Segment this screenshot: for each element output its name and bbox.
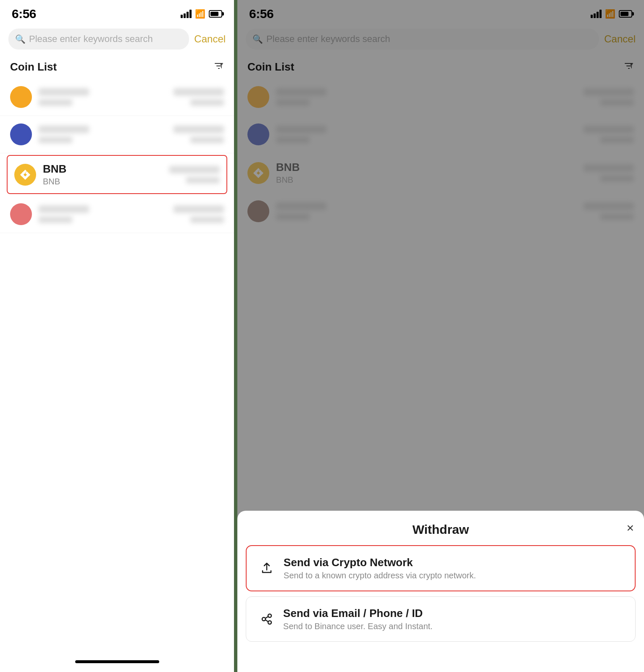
- email-option-title: Send via Email / Phone / ID: [283, 607, 623, 620]
- left-sort-icon[interactable]: [214, 61, 224, 74]
- svg-point-0: [262, 617, 265, 621]
- modal-title: Withdraw: [413, 522, 469, 537]
- left-coin-name-blur-4: [39, 205, 89, 213]
- panel-divider: [234, 0, 237, 672]
- left-list-header: Coin List: [0, 54, 234, 79]
- crypto-option-title: Send via Crypto Network: [284, 556, 623, 569]
- left-coin-item-bnb[interactable]: BNB BNB: [7, 155, 227, 194]
- left-coin-change-blur-1: [190, 99, 224, 106]
- left-coin-item-1[interactable]: [0, 79, 234, 116]
- left-status-icons: 📶: [181, 9, 222, 19]
- left-search-icon: 🔍: [15, 34, 26, 44]
- left-coin-symbol-blur-2: [39, 136, 72, 143]
- left-coin-change-blur-2: [190, 136, 224, 143]
- left-coin-symbol-blur-4: [39, 216, 72, 223]
- modal-header: Withdraw ×: [237, 511, 644, 545]
- left-coin-right-1: [173, 88, 224, 106]
- modal-close-button[interactable]: ×: [626, 521, 634, 535]
- svg-point-2: [268, 621, 271, 624]
- left-coin-right-4: [173, 205, 224, 223]
- left-bnb-value-blur: [169, 166, 220, 173]
- left-coin-symbol-blur-1: [39, 99, 72, 106]
- left-coin-name-blur-1: [39, 88, 89, 96]
- svg-point-1: [268, 614, 271, 617]
- withdraw-modal: Withdraw × Send via Crypto Network Send …: [237, 511, 644, 672]
- crypto-network-option[interactable]: Send via Crypto Network Send to a known …: [246, 545, 636, 591]
- left-coin-value-blur-4: [173, 205, 224, 213]
- right-phone-panel: 6:56 📶 🔍 Please enter keywords search Ca…: [237, 0, 644, 672]
- crypto-upload-icon: [258, 560, 275, 577]
- left-coin-item-4[interactable]: [0, 196, 234, 233]
- left-wifi-icon: 📶: [195, 9, 205, 19]
- left-home-bar: [75, 660, 159, 663]
- left-coin-list: BNB BNB: [0, 79, 234, 651]
- left-cancel-button[interactable]: Cancel: [194, 33, 226, 45]
- left-coin-list-title: Coin List: [10, 60, 57, 74]
- email-phone-option[interactable]: Send via Email / Phone / ID Send to Bina…: [246, 596, 636, 642]
- left-search-bar: 🔍 Please enter keywords search Cancel: [0, 24, 234, 54]
- left-coin-info-1: [39, 88, 167, 106]
- left-home-indicator: [0, 651, 234, 672]
- email-option-text: Send via Email / Phone / ID Send to Bina…: [283, 607, 623, 631]
- left-coin-value-blur-1: [173, 88, 224, 96]
- left-status-time: 6:56: [12, 7, 36, 21]
- left-bnb-name: BNB: [43, 163, 163, 176]
- left-bnb-icon: [14, 164, 36, 186]
- left-coin-name-blur-2: [39, 126, 89, 133]
- left-coin-info-2: [39, 126, 167, 143]
- left-bnb-symbol: BNB: [43, 177, 163, 186]
- left-coin-icon-4: [10, 203, 32, 225]
- left-bnb-info: BNB BNB: [43, 163, 163, 186]
- send-link-icon: [258, 611, 275, 627]
- left-battery-icon: [209, 10, 222, 18]
- left-phone-panel: 6:56 📶 🔍 Please enter keywords search Ca…: [0, 0, 234, 672]
- left-coin-right-2: [173, 126, 224, 143]
- email-option-desc: Send to Binance user. Easy and Instant.: [283, 622, 623, 631]
- left-signal-icon: [181, 10, 192, 18]
- left-coin-icon-1: [10, 86, 32, 108]
- left-coin-value-blur-2: [173, 126, 224, 133]
- left-bnb-right: [169, 166, 220, 184]
- left-status-bar: 6:56 📶: [0, 0, 234, 24]
- crypto-option-text: Send via Crypto Network Send to a known …: [284, 556, 623, 580]
- crypto-option-desc: Send to a known crypto address via crypt…: [284, 571, 623, 580]
- left-bnb-change-blur: [186, 177, 220, 184]
- left-search-input-wrap[interactable]: 🔍 Please enter keywords search: [8, 29, 189, 50]
- left-coin-item-2[interactable]: [0, 116, 234, 153]
- left-search-placeholder: Please enter keywords search: [29, 34, 182, 45]
- left-coin-info-4: [39, 205, 167, 223]
- left-coin-icon-2: [10, 123, 32, 145]
- left-coin-change-blur-4: [190, 216, 224, 223]
